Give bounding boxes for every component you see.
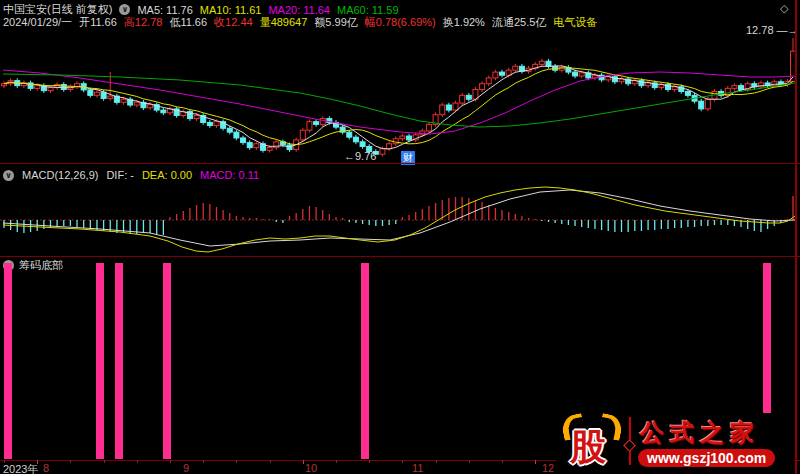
site-name: 公式之家 xyxy=(640,417,792,449)
chip-signal-bar xyxy=(4,263,12,459)
axis-month-label: 9 xyxy=(183,462,189,474)
chip-panel-header: ∨ 筹码底部 xyxy=(3,258,63,273)
macd-chart-canvas[interactable] xyxy=(0,184,800,256)
chip-signal-bar xyxy=(763,263,771,413)
collapse-chart-icon[interactable]: ∨ xyxy=(119,4,130,15)
macd-header: ∨ MACD(12,26,9) DIF: - DEA: 0.00 MACD: 0… xyxy=(3,169,259,181)
macd-dif-value: DIF: - xyxy=(106,169,134,181)
gszj-logo: 股 公式之家 www.gszj100.com xyxy=(556,413,794,474)
quote-close: 收12.44 xyxy=(214,15,253,30)
ma5-value: MA5: 11.76 xyxy=(137,4,192,16)
quote-turnover: 换1.92% xyxy=(443,15,485,30)
quote-float-shares: 流通25.5亿 xyxy=(492,15,546,30)
diamond-marker-icon: ◇ xyxy=(780,2,788,15)
chip-panel-title: 筹码底部 xyxy=(19,258,63,273)
quote-amount: 额5.99亿 xyxy=(314,15,357,30)
chip-signal-bar xyxy=(96,263,104,459)
site-url-badge: www.gszj100.com xyxy=(638,449,775,467)
quote-industry[interactable]: 电气设备 xyxy=(553,15,597,30)
quote-date: 2024/01/29/一 xyxy=(3,15,72,30)
bull-head-icon: 股 xyxy=(562,415,624,473)
chip-signal-bar xyxy=(163,263,171,459)
chip-signal-bar xyxy=(115,263,123,459)
quote-high: 高12.78 xyxy=(124,15,163,30)
macd-title: MACD(12,26,9) xyxy=(22,169,98,181)
axis-month-label: 8 xyxy=(43,462,49,474)
quote-open: 开11.66 xyxy=(79,15,117,30)
quote-change: 幅0.78(6.69%) xyxy=(365,15,436,30)
high-price-annotation: 12.78 —→ xyxy=(746,24,799,36)
axis-month-label: 12 xyxy=(542,462,554,474)
collapse-macd-icon[interactable]: ∨ xyxy=(3,170,14,181)
macd-hist-value: MACD: 0.11 xyxy=(200,169,259,181)
stock-app-window: 中国宝安(日线 前复权) ∨ MA5: 11.76 MA10: 11.61 MA… xyxy=(0,0,800,474)
quote-info-bar: 2024/01/29/一 开11.66 高12.78 低11.66 收12.44… xyxy=(3,15,597,30)
quote-volume: 量489647 xyxy=(260,15,308,30)
panel-separator xyxy=(0,163,800,164)
ma10-value: MA10: 11.61 xyxy=(200,4,262,16)
window-right-border xyxy=(795,0,797,474)
ma20-value: MA20: 11.64 xyxy=(268,4,330,16)
axis-month-label: 11 xyxy=(412,462,423,474)
axis-month-label: 10 xyxy=(305,462,317,474)
panel-separator xyxy=(0,256,800,257)
quote-low: 低11.66 xyxy=(169,15,207,30)
ma60-value: MA60: 11.59 xyxy=(337,4,399,16)
macd-dea-value: DEA: 0.00 xyxy=(142,169,192,181)
bull-gu-character: 股 xyxy=(570,423,606,472)
chip-signal-bar xyxy=(361,263,369,459)
low-price-annotation: ←9.76 xyxy=(344,150,376,162)
logo-diamond-icon xyxy=(623,439,636,452)
